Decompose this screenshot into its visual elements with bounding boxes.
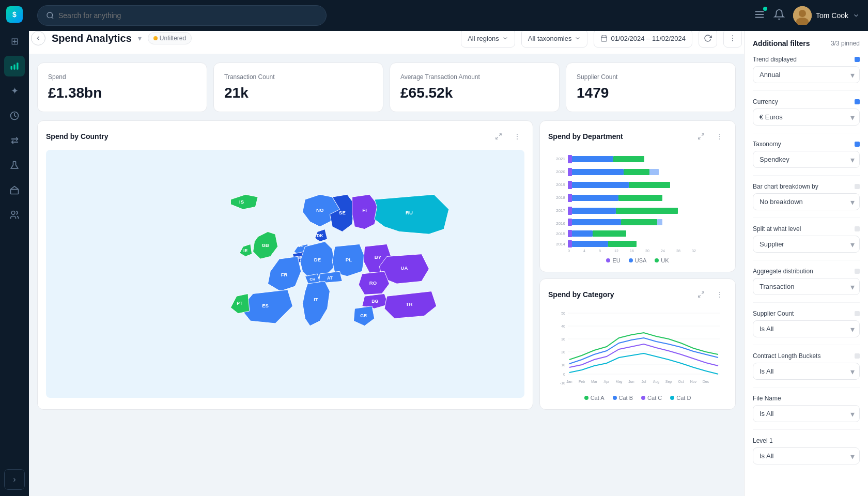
notification-icon[interactable] (773, 9, 785, 23)
filter-level1-select[interactable]: Is All (753, 447, 860, 464)
user-menu[interactable]: Tom Cook (793, 6, 860, 25)
legend-cat-c: Cat C (641, 395, 662, 401)
svg-text:NL: NL (298, 243, 303, 248)
svg-text:8: 8 (599, 249, 601, 253)
filter-supplier-count-select-wrapper[interactable]: Is All< 100100-500> 500 (753, 320, 860, 337)
calendar-icon (600, 35, 608, 42)
more-options-button[interactable] (723, 31, 742, 48)
map-container: IS NO SE FI RU (46, 150, 524, 398)
svg-text:Dec: Dec (703, 380, 709, 383)
svg-rect-81 (608, 241, 637, 247)
title-chevron-icon[interactable]: ▾ (138, 34, 142, 42)
filter-bar-select-wrapper[interactable]: No breakdownRegionDepartment (753, 193, 860, 210)
search-bar[interactable] (37, 5, 327, 26)
filter-trend-select[interactable]: AnnualMonthlyQuarterly (753, 66, 860, 83)
filter-split-label: Split at what level (753, 225, 860, 233)
svg-text:Apr: Apr (604, 380, 610, 384)
svg-text:IS: IS (239, 199, 244, 205)
filter-split-select[interactable]: SupplierCategoryRegion (753, 236, 860, 253)
filter-trend: Trend displayed AnnualMonthlyQuarterly (753, 56, 860, 83)
svg-line-91 (702, 292, 704, 294)
search-input[interactable] (58, 11, 318, 20)
svg-rect-74 (621, 219, 657, 225)
pin-inactive-icon (855, 353, 860, 359)
map-actions: ⋮ (491, 129, 524, 144)
dept-more-btn[interactable]: ⋮ (712, 129, 727, 144)
sidebar-item-lab[interactable] (4, 155, 25, 176)
cat-expand-btn[interactable] (694, 287, 708, 302)
filter-currency-select[interactable]: € Euros£ GBP$ USD (753, 109, 860, 126)
filter-filename-select[interactable]: Is All (753, 405, 860, 422)
region-chevron-icon (502, 35, 508, 41)
svg-rect-1 (13, 65, 15, 70)
svg-rect-66 (568, 194, 572, 202)
taxonomy-chevron-icon (575, 35, 581, 41)
menu-icon[interactable] (754, 9, 765, 23)
svg-text:10: 10 (561, 363, 565, 367)
category-chart-card: Spend by Category ⋮ (539, 278, 736, 410)
map-expand-btn[interactable] (491, 129, 506, 144)
sidebar-item-home[interactable]: ⊞ (4, 31, 25, 52)
sidebar-item-users[interactable] (4, 205, 25, 225)
filter-supplier-count-select[interactable]: Is All< 100100-500> 500 (753, 320, 860, 337)
svg-text:16: 16 (630, 249, 634, 253)
dept-expand-btn[interactable] (694, 129, 708, 144)
filter-contract-select-wrapper[interactable]: Is AllShortMediumLong (753, 363, 860, 380)
filter-currency-select-wrapper[interactable]: € Euros£ GBP$ USD (753, 109, 860, 126)
cat-actions: ⋮ (694, 287, 727, 302)
svg-rect-80 (572, 241, 608, 247)
map-more-btn[interactable]: ⋮ (510, 129, 524, 144)
cat-legend: Cat A Cat B Cat C (548, 395, 727, 401)
svg-text:2015: 2015 (556, 231, 565, 236)
cat-more-btn[interactable]: ⋮ (712, 287, 727, 302)
svg-text:2020: 2020 (556, 169, 565, 174)
svg-rect-67 (572, 195, 618, 201)
filter-dot-icon (153, 36, 158, 40)
svg-rect-60 (572, 169, 624, 175)
panel-badge: 3/3 pinned (831, 40, 860, 47)
date-range-text: 01/02/2024 – 11/02/2024 (611, 35, 686, 42)
filter-aggregate-select[interactable]: TransactionSpendCount (753, 278, 860, 295)
filter-currency-label: Currency (753, 98, 860, 105)
filter-contract-select[interactable]: Is AllShortMediumLong (753, 363, 860, 380)
filter-bar-breakdown: Bar chart breakdown by No breakdownRegio… (753, 183, 860, 210)
sidebar-item-ai[interactable]: ✦ (4, 81, 25, 101)
filter-badge-text: Unfiltered (160, 35, 186, 42)
svg-text:UA: UA (400, 265, 408, 271)
filter-taxonomy-select-wrapper[interactable]: SpendkeyCustomDefault (753, 151, 860, 168)
department-chart-card: Spend by Department ⋮ 2021 (539, 120, 736, 272)
legend-cat-a: Cat A (584, 395, 605, 401)
filter-badge[interactable]: Unfiltered (148, 32, 192, 44)
filter-aggregate-label: Aggregate distribution (753, 268, 860, 275)
filter-taxonomy-select[interactable]: SpendkeyCustomDefault (753, 151, 860, 168)
sidebar-item-analytics[interactable] (4, 56, 25, 76)
pin-icon (855, 57, 860, 62)
back-button[interactable] (31, 31, 45, 45)
filter-level1-select-wrapper[interactable]: Is All (753, 447, 860, 464)
sidebar-item-banking[interactable] (4, 105, 25, 126)
filter-split-select-wrapper[interactable]: SupplierCategoryRegion (753, 236, 860, 253)
sidebar-item-institution[interactable] (4, 180, 25, 200)
filter-bar-select[interactable]: No breakdownRegionDepartment (753, 193, 860, 210)
taxonomy-filter[interactable]: All taxonomies (521, 31, 588, 48)
svg-text:28: 28 (676, 249, 680, 253)
filter-trend-select-wrapper[interactable]: AnnualMonthlyQuarterly (753, 66, 860, 83)
search-icon (46, 11, 54, 20)
app-logo[interactable]: $ (6, 6, 23, 23)
kpi-spend-value: £1.38bn (48, 85, 196, 101)
sub-header: Spend Analytics ▾ Unfiltered All regions… (29, 31, 744, 54)
svg-rect-70 (572, 208, 616, 214)
filter-aggregate-select-wrapper[interactable]: TransactionSpendCount (753, 278, 860, 295)
panel-header: Additional filters 3/3 pinned (753, 39, 860, 48)
sidebar-expand-btn[interactable]: › (4, 469, 25, 490)
filter-filename-select-wrapper[interactable]: Is All (753, 405, 860, 422)
region-filter[interactable]: All regions (461, 31, 515, 48)
filter-supplier-count: Supplier Count Is All< 100100-500> 500 (753, 310, 860, 337)
svg-text:Jun: Jun (628, 380, 634, 383)
kpi-row: Spend £1.38bn Transaction Count 21k Aver… (37, 63, 736, 112)
date-filter[interactable]: 01/02/2024 – 11/02/2024 (594, 31, 692, 48)
refresh-button[interactable] (699, 31, 717, 48)
svg-line-92 (699, 295, 701, 297)
svg-text:BY: BY (375, 254, 382, 260)
sidebar-item-transfers[interactable]: ⇄ (4, 130, 25, 151)
